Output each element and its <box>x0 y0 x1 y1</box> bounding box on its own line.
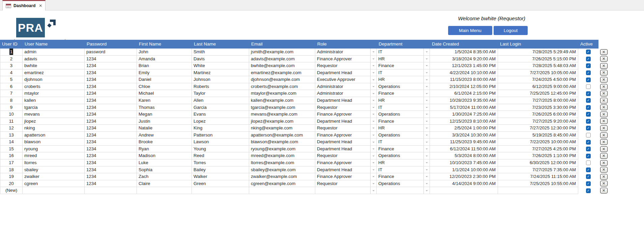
role-cell[interactable]: Department Head ⌄ <box>315 118 377 125</box>
role-dropdown-chevron-down-icon[interactable]: ⌄ <box>370 166 376 173</box>
last-name-cell[interactable]: Patterson <box>192 132 249 139</box>
email-cell[interactable]: ryoung@example.com <box>249 146 315 153</box>
date-created-cell[interactable]: 4/22/2024 10:10:00 AM <box>430 69 498 77</box>
department-dropdown-chevron-down-icon[interactable]: ⌄ <box>423 62 430 69</box>
active-checkbox[interactable]: ✓ <box>586 63 591 68</box>
delete-row-button[interactable]: ✕ <box>600 160 608 166</box>
first-name-cell[interactable]: Zach <box>137 173 192 180</box>
delete-row-button[interactable]: ✕ <box>600 63 608 69</box>
email-cell[interactable]: sbailey@example.com <box>249 166 315 174</box>
user-name-cell[interactable]: jlopez <box>23 118 85 125</box>
department-dropdown-chevron-down-icon[interactable]: ⌄ <box>423 173 430 180</box>
last-login-cell[interactable] <box>498 187 578 194</box>
email-cell[interactable]: croberts@example.com <box>249 83 315 90</box>
department-dropdown-chevron-down-icon[interactable]: ⌄ <box>423 159 430 166</box>
user-name-cell[interactable]: ryoung <box>23 146 85 153</box>
last-login-cell[interactable]: 7/25/2025 12:45:00 PM <box>498 90 578 97</box>
first-name-cell[interactable]: Luke <box>137 159 192 166</box>
password-cell[interactable]: 1234 <box>85 56 137 63</box>
delete-row-button[interactable]: ✕ <box>600 56 608 62</box>
column-header-password[interactable]: Password <box>85 40 137 49</box>
department-dropdown-chevron-down-icon[interactable]: ⌄ <box>423 49 430 55</box>
delete-row-button[interactable]: ✕ <box>600 153 608 159</box>
email-cell[interactable]: kallen@example.com <box>249 97 315 104</box>
delete-row-button[interactable]: ✕ <box>600 118 608 124</box>
last-login-cell[interactable]: 6/12/2025 9:00:00 AM <box>498 83 578 90</box>
user-name-cell[interactable]: mtaylor <box>23 90 85 97</box>
role-dropdown-chevron-down-icon[interactable]: ⌄ <box>370 132 376 139</box>
user-name-cell[interactable]: tgarcia <box>23 104 85 111</box>
email-cell[interactable]: ltorres@example.com <box>249 159 315 166</box>
email-cell[interactable]: mreed@example.com <box>249 152 315 159</box>
department-cell[interactable]: Operations ⌄ <box>377 111 430 118</box>
department-cell[interactable]: Operations ⌄ <box>377 152 430 159</box>
role-cell[interactable]: Finance Approver ⌄ <box>315 173 377 180</box>
last-name-cell[interactable]: Allen <box>192 97 249 104</box>
last-login-cell[interactable]: 7/22/2025 10:00:00 AM <box>498 139 578 146</box>
role-cell[interactable]: Finance Approver ⌄ <box>315 159 377 166</box>
email-cell[interactable]: jlopez@example.com <box>249 118 315 125</box>
first-name-cell[interactable]: Sophia <box>137 166 192 174</box>
department-cell[interactable]: Operations ⌄ <box>377 83 430 90</box>
date-created-cell[interactable]: 5/17/2024 11:00:00 AM <box>430 104 498 111</box>
department-dropdown-chevron-down-icon[interactable]: ⌄ <box>423 90 430 97</box>
user-id-cell[interactable]: 10 <box>0 111 23 118</box>
role-cell[interactable]: Finance Approver ⌄ <box>315 132 377 139</box>
email-cell[interactable]: jsmith@example.com <box>249 49 315 56</box>
date-created-cell[interactable]: 10/10/2023 7:45:00 AM <box>430 159 498 166</box>
password-cell[interactable]: 1234 <box>85 159 137 166</box>
active-checkbox[interactable]: ✓ <box>586 181 591 186</box>
user-name-cell[interactable]: bwhite <box>23 62 85 69</box>
column-header-last-name[interactable]: Last Name <box>192 40 249 49</box>
role-dropdown-chevron-down-icon[interactable]: ⌄ <box>370 159 376 166</box>
department-cell[interactable]: Operations ⌄ <box>377 180 430 187</box>
date-created-cell[interactable]: 3/18/2024 9:20:00 AM <box>430 56 498 63</box>
department-dropdown-chevron-down-icon[interactable]: ⌄ <box>423 146 430 152</box>
role-dropdown-chevron-down-icon[interactable]: ⌄ <box>370 83 376 90</box>
last-name-cell[interactable]: Roberts <box>192 83 249 90</box>
last-login-cell[interactable]: 7/24/2025 11:15:00 AM <box>498 173 578 180</box>
department-dropdown-chevron-down-icon[interactable]: ⌄ <box>423 187 430 194</box>
role-dropdown-chevron-down-icon[interactable]: ⌄ <box>370 104 376 111</box>
department-cell[interactable]: IT ⌄ <box>377 69 430 77</box>
user-id-cell[interactable]: 3 <box>0 62 23 69</box>
last-login-cell[interactable]: 7/24/2025 4:50:00 PM <box>498 76 578 83</box>
role-cell[interactable]: Department Head ⌄ <box>315 139 377 146</box>
last-name-cell[interactable]: Evans <box>192 111 249 118</box>
last-login-cell[interactable]: 7/27/2025 8:00:00 AM <box>498 97 578 104</box>
column-header-email[interactable]: Email <box>249 40 315 49</box>
active-checkbox[interactable]: ✓ <box>586 167 591 172</box>
date-created-cell[interactable]: 6/12/2024 11:50:00 AM <box>430 146 498 153</box>
first-name-cell[interactable]: John <box>137 49 192 56</box>
role-cell[interactable]: Requestor ⌄ <box>315 104 377 111</box>
email-cell[interactable]: nking@example.com <box>249 125 315 132</box>
delete-row-button[interactable]: ✕ <box>600 174 608 180</box>
last-login-cell[interactable]: 7/27/2025 7:35:00 AM <box>498 166 578 174</box>
user-id-cell[interactable]: 18 <box>0 166 23 174</box>
column-header-user-id[interactable]: User ID <box>0 40 23 49</box>
role-cell[interactable]: Administrator ⌄ <box>315 83 377 90</box>
user-name-cell[interactable]: ltorres <box>23 159 85 166</box>
user-name-cell[interactable]: cgreen <box>23 180 85 187</box>
last-name-cell[interactable]: Walker <box>192 173 249 180</box>
last-login-cell[interactable]: 7/25/2025 10:55:00 AM <box>498 180 578 187</box>
role-dropdown-chevron-down-icon[interactable]: ⌄ <box>370 118 376 125</box>
password-cell[interactable]: password <box>85 49 137 56</box>
last-login-cell[interactable]: 7/27/2025 4:25:00 PM <box>498 146 578 153</box>
first-name-cell[interactable]: Claire <box>137 180 192 187</box>
delete-row-button[interactable]: ✕ <box>600 181 608 186</box>
user-name-cell[interactable]: croberts <box>23 83 85 90</box>
role-cell[interactable]: Department Head ⌄ <box>315 97 377 104</box>
user-name-cell[interactable] <box>23 187 85 194</box>
department-dropdown-chevron-down-icon[interactable]: ⌄ <box>423 180 430 187</box>
last-login-cell[interactable]: 7/28/2025 5:29:49 AM <box>498 49 578 56</box>
department-cell[interactable]: Operations ⌄ <box>377 132 430 139</box>
password-cell[interactable]: 1234 <box>85 173 137 180</box>
password-cell[interactable]: 1234 <box>85 139 137 146</box>
active-checkbox[interactable]: ✓ <box>586 78 591 82</box>
delete-row-button[interactable]: ✕ <box>600 132 608 138</box>
role-dropdown-chevron-down-icon[interactable]: ⌄ <box>370 125 376 131</box>
last-login-cell[interactable]: 7/23/2025 3:30:00 PM <box>498 104 578 111</box>
first-name-cell[interactable]: Karen <box>137 97 192 104</box>
user-name-cell[interactable]: djohnson <box>23 76 85 83</box>
